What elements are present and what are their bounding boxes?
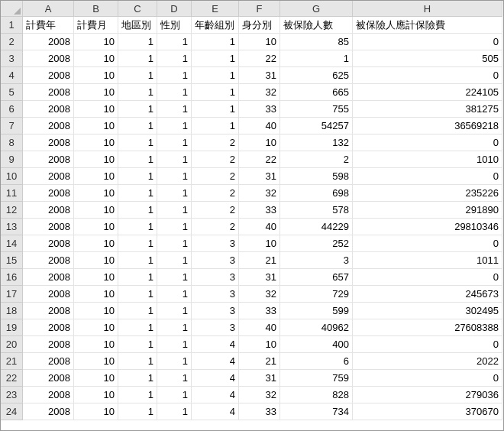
cell-a8[interactable]: 2008 [23,134,74,151]
column-header-d[interactable]: D [157,1,192,17]
cell-f24[interactable]: 33 [239,403,280,420]
row-header-1[interactable]: 1 [1,17,23,34]
cell-d21[interactable]: 1 [157,353,192,370]
cell-c18[interactable]: 1 [118,303,157,319]
cell-g19[interactable]: 40962 [280,319,353,336]
cell-g17[interactable]: 729 [280,286,353,303]
cell-g5[interactable]: 665 [280,84,353,101]
column-header-c[interactable]: C [118,1,157,17]
cell-g12[interactable]: 578 [280,202,353,219]
cell-a5[interactable]: 2008 [23,84,74,101]
cell-c22[interactable]: 1 [118,370,157,387]
cell-c8[interactable]: 1 [118,134,157,151]
cell-e16[interactable]: 3 [192,269,239,286]
cell-a17[interactable]: 2008 [23,286,74,303]
cell-d3[interactable]: 1 [157,50,192,67]
cell-e14[interactable]: 3 [192,235,239,252]
cell-d2[interactable]: 1 [157,34,192,50]
cell-a24[interactable]: 2008 [23,403,74,420]
cell-f22[interactable]: 31 [239,370,280,387]
cell-h4[interactable]: 0 [353,67,502,84]
cell-g18[interactable]: 599 [280,303,353,319]
cell-d12[interactable]: 1 [157,202,192,219]
cell-a21[interactable]: 2008 [23,353,74,370]
cell-h1[interactable]: 被保險人應計保險費 [353,17,502,34]
cell-b19[interactable]: 10 [74,319,118,336]
row-header-2[interactable]: 2 [1,34,23,50]
cell-f5[interactable]: 32 [239,84,280,101]
cell-d9[interactable]: 1 [157,151,192,168]
cell-h10[interactable]: 0 [353,168,502,185]
cell-g1[interactable]: 被保險人數 [280,17,353,34]
cell-a20[interactable]: 2008 [23,336,74,353]
cell-b24[interactable]: 10 [74,403,118,420]
cell-b23[interactable]: 10 [74,387,118,403]
cell-f11[interactable]: 32 [239,185,280,202]
cell-g3[interactable]: 1 [280,50,353,67]
cell-g8[interactable]: 132 [280,134,353,151]
cell-f23[interactable]: 32 [239,387,280,403]
cell-f17[interactable]: 32 [239,286,280,303]
cell-e22[interactable]: 4 [192,370,239,387]
cell-e20[interactable]: 4 [192,336,239,353]
cell-c3[interactable]: 1 [118,50,157,67]
cell-a6[interactable]: 2008 [23,101,74,118]
cell-c2[interactable]: 1 [118,34,157,50]
cell-a9[interactable]: 2008 [23,151,74,168]
cell-h12[interactable]: 291890 [353,202,502,219]
cell-g13[interactable]: 44229 [280,219,353,235]
cell-c15[interactable]: 1 [118,252,157,269]
cell-h21[interactable]: 2022 [353,353,502,370]
cell-c16[interactable]: 1 [118,269,157,286]
cell-a7[interactable]: 2008 [23,118,74,134]
cell-g7[interactable]: 54257 [280,118,353,134]
cell-e21[interactable]: 4 [192,353,239,370]
cell-e5[interactable]: 1 [192,84,239,101]
cell-d8[interactable]: 1 [157,134,192,151]
cell-e2[interactable]: 1 [192,34,239,50]
cell-e6[interactable]: 1 [192,101,239,118]
cell-f13[interactable]: 40 [239,219,280,235]
cell-d18[interactable]: 1 [157,303,192,319]
cell-f9[interactable]: 22 [239,151,280,168]
cell-c9[interactable]: 1 [118,151,157,168]
cell-f4[interactable]: 31 [239,67,280,84]
cell-f15[interactable]: 21 [239,252,280,269]
cell-h8[interactable]: 0 [353,134,502,151]
cell-h9[interactable]: 1010 [353,151,502,168]
cell-d6[interactable]: 1 [157,101,192,118]
cell-d11[interactable]: 1 [157,185,192,202]
cell-a14[interactable]: 2008 [23,235,74,252]
cell-g10[interactable]: 598 [280,168,353,185]
cell-c24[interactable]: 1 [118,403,157,420]
row-header-5[interactable]: 5 [1,84,23,101]
cell-h17[interactable]: 245673 [353,286,502,303]
cell-e10[interactable]: 2 [192,168,239,185]
cell-a23[interactable]: 2008 [23,387,74,403]
cell-h5[interactable]: 224105 [353,84,502,101]
cell-b16[interactable]: 10 [74,269,118,286]
row-header-7[interactable]: 7 [1,118,23,134]
cell-b6[interactable]: 10 [74,101,118,118]
row-header-8[interactable]: 8 [1,134,23,151]
row-header-22[interactable]: 22 [1,370,23,387]
cell-a3[interactable]: 2008 [23,50,74,67]
cell-e11[interactable]: 2 [192,185,239,202]
cell-b5[interactable]: 10 [74,84,118,101]
cell-d24[interactable]: 1 [157,403,192,420]
cell-d1[interactable]: 性別 [157,17,192,34]
select-all-corner[interactable] [1,1,23,17]
cell-b12[interactable]: 10 [74,202,118,219]
row-header-10[interactable]: 10 [1,168,23,185]
cell-f20[interactable]: 10 [239,336,280,353]
cell-c20[interactable]: 1 [118,336,157,353]
cell-b20[interactable]: 10 [74,336,118,353]
column-header-g[interactable]: G [280,1,353,17]
cell-d23[interactable]: 1 [157,387,192,403]
cell-c11[interactable]: 1 [118,185,157,202]
cell-g21[interactable]: 6 [280,353,353,370]
cell-e24[interactable]: 4 [192,403,239,420]
cell-a15[interactable]: 2008 [23,252,74,269]
cell-h18[interactable]: 302495 [353,303,502,319]
cell-f12[interactable]: 33 [239,202,280,219]
